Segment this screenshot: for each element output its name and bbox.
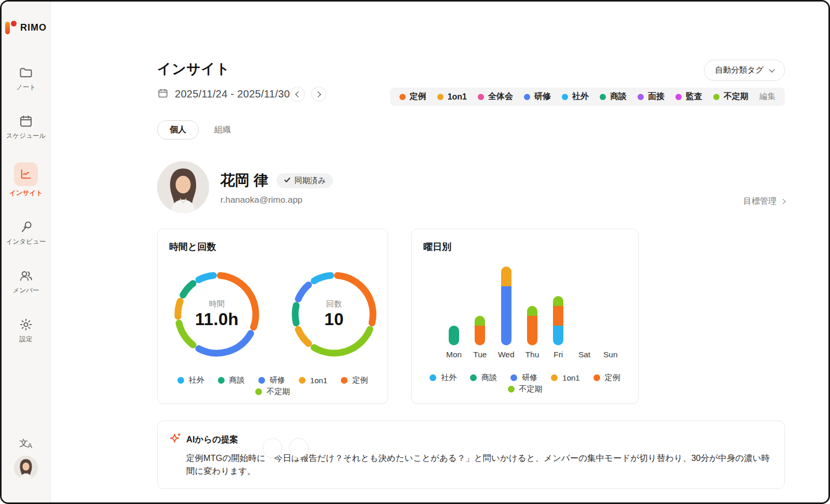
tab-organization[interactable]: 組織 — [214, 124, 231, 135]
stacked-bar-Tue[interactable] — [475, 316, 485, 345]
bar-column-Tue — [467, 262, 493, 345]
tag-chip-1on1[interactable]: 1on1 — [437, 92, 467, 102]
legend-label: 商談 — [481, 373, 497, 383]
rimo-logo-icon — [5, 20, 17, 35]
stacked-bar-Fri[interactable] — [553, 296, 563, 345]
tag-chip-社外[interactable]: 社外 — [562, 91, 589, 102]
sidebar: RIMO ノートスケジュールインサイトインタビューメンバー設定 文A — [2, 2, 51, 502]
rimo-logo[interactable]: RIMO — [5, 20, 47, 35]
count-donut-label: 回数 — [326, 299, 342, 309]
sidebar-item-schedule[interactable]: スケジュール — [6, 114, 46, 141]
tag-color-dot — [713, 94, 720, 100]
sidebar-item-notes[interactable]: ノート — [16, 65, 36, 92]
profile-avatar — [157, 161, 209, 213]
legend-color-dot — [258, 377, 265, 384]
tab-personal[interactable]: 個人 — [157, 120, 199, 139]
header-right: 自動分類タグ 定例1on1全体会研修社外商談面接監査不定期編集 — [390, 60, 785, 106]
legend-label: 不定期 — [519, 384, 543, 394]
bar-column-Thu — [519, 262, 545, 345]
legend-item-定例: 定例 — [593, 373, 620, 383]
calendar-icon — [18, 114, 34, 129]
tag-chip-全体会[interactable]: 全体会 — [478, 91, 513, 102]
tag-chip-研修[interactable]: 研修 — [524, 91, 551, 102]
legend-label: 1on1 — [310, 376, 327, 385]
sidebar-item-settings[interactable]: 設定 — [18, 317, 34, 344]
sidebar-item-insight[interactable]: インサイト — [9, 162, 43, 198]
legend-item-研修: 研修 — [510, 373, 537, 383]
legend-label: 不定期 — [267, 387, 290, 397]
tag-color-dot — [675, 94, 682, 100]
tag-chip-監査[interactable]: 監査 — [675, 91, 702, 102]
hours-donut-value: 11.0h — [195, 310, 239, 329]
tag-color-dot — [600, 94, 606, 100]
rimo-logo-text: RIMO — [20, 22, 47, 33]
legend-item-定例: 定例 — [341, 375, 368, 385]
weekday-card: 曜日別 MonTueWedThuFriSatSun 社外商談研修1on1定例不定… — [411, 229, 639, 404]
chevron-right-icon — [781, 199, 786, 204]
legend-color-dot — [470, 374, 477, 381]
date-range-row: 2025/11/24 - 2025/11/30 — [157, 87, 326, 102]
date-range-text[interactable]: 2025/11/24 - 2025/11/30 — [175, 88, 290, 100]
bar-segment-1on1 — [501, 267, 511, 286]
legend-item-不定期: 不定期 — [508, 384, 543, 394]
legend-item-研修: 研修 — [258, 375, 285, 385]
legend-item-不定期: 不定期 — [255, 387, 290, 397]
day-label-Tue: Tue — [467, 350, 493, 359]
tag-label: 不定期 — [724, 91, 749, 102]
weekday-bar-chart — [423, 262, 627, 345]
sidebar-user-avatar[interactable] — [14, 456, 38, 480]
sparkle-icon — [169, 432, 182, 447]
legend-item-社外: 社外 — [430, 373, 457, 383]
translate-icon[interactable]: 文A — [19, 439, 33, 447]
legend-item-1on1: 1on1 — [299, 375, 327, 385]
day-label-Fri: Fri — [545, 350, 571, 359]
prev-week-button[interactable] — [290, 87, 305, 102]
tag-color-dot — [437, 94, 444, 100]
tag-label: 監査 — [686, 91, 702, 102]
bar-column-Mon — [441, 262, 467, 345]
donuts-row: 時間 11.0h 回数 10 — [169, 272, 376, 357]
legend-label: 社外 — [189, 375, 204, 385]
day-label-Wed: Wed — [493, 350, 519, 359]
sidebar-item-label: インタビュー — [6, 237, 46, 246]
tag-label: 定例 — [410, 91, 426, 102]
legend-color-dot — [218, 377, 225, 384]
edit-tags-link[interactable]: 編集 — [759, 91, 776, 102]
tag-label: 研修 — [534, 91, 551, 102]
people-icon — [18, 268, 34, 284]
sidebar-nav: ノートスケジュールインサイトインタビューメンバー設定 — [6, 65, 46, 344]
auto-tag-dropdown[interactable]: 自動分類タグ — [704, 60, 785, 81]
goal-management-link[interactable]: 目標管理 — [743, 196, 785, 207]
bar-segment-定例 — [527, 316, 537, 345]
pager-next-button[interactable] — [289, 438, 309, 458]
tag-chip-商談[interactable]: 商談 — [600, 91, 627, 102]
stacked-bar-Mon[interactable] — [449, 326, 459, 345]
ai-suggestion-title: AIからの提案 — [186, 434, 238, 445]
tag-color-dot — [562, 94, 568, 100]
tag-chip-定例[interactable]: 定例 — [399, 91, 426, 102]
tag-label: 商談 — [610, 91, 627, 102]
sidebar-item-label: ノート — [16, 83, 36, 92]
bar-column-Sat — [571, 262, 597, 345]
legend-color-dot — [341, 377, 348, 384]
app-window: RIMO ノートスケジュールインサイトインタビューメンバー設定 文A インサイト… — [0, 0, 830, 504]
day-label-Sun: Sun — [598, 350, 624, 359]
tag-chip-不定期[interactable]: 不定期 — [713, 91, 749, 102]
stacked-bar-Wed[interactable] — [501, 267, 511, 345]
sidebar-item-members[interactable]: メンバー — [13, 268, 39, 295]
hours-donut-label: 時間 — [209, 299, 225, 309]
day-label-Thu: Thu — [519, 350, 545, 359]
tag-label: 全体会 — [488, 91, 513, 102]
bar-segment-不定期 — [553, 296, 563, 306]
legend-label: 商談 — [229, 375, 245, 385]
sidebar-item-interview[interactable]: インタビュー — [6, 219, 46, 246]
profile-info: 花岡 律 同期済み r.hanaoka@rimo.app — [220, 161, 333, 205]
legend-item-社外: 社外 — [177, 375, 204, 385]
next-week-button[interactable] — [311, 87, 326, 102]
stacked-bar-Thu[interactable] — [527, 306, 537, 345]
weekday-axis-labels: MonTueWedThuFriSatSun — [423, 350, 627, 359]
pager-prev-button[interactable] — [262, 438, 282, 458]
tag-color-dot — [478, 94, 484, 100]
tag-chip-面接[interactable]: 面接 — [638, 91, 665, 102]
bar-segment-社外 — [553, 326, 563, 345]
